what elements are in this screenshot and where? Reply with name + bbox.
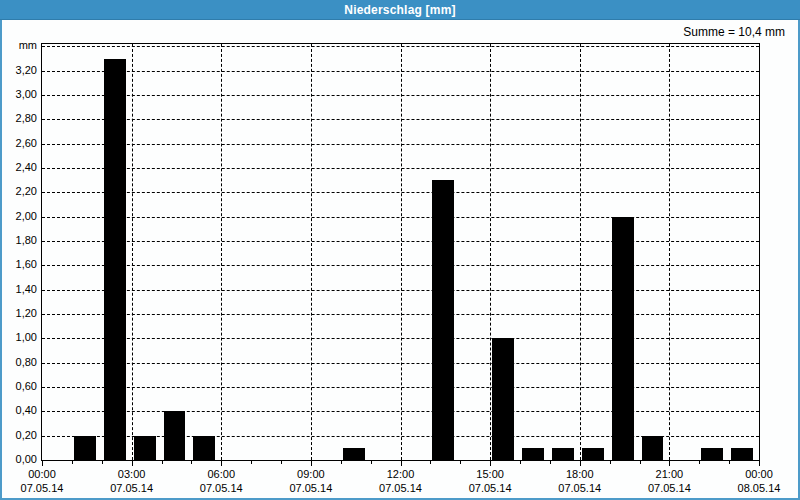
precipitation-bar: [432, 180, 454, 460]
x-tick-mark: [341, 461, 342, 464]
x-tick-time: 00:00: [10, 467, 74, 481]
x-tick-mark: [640, 461, 641, 464]
x-tick-date: 07.05.14: [458, 481, 522, 495]
x-tick-date: 08.05.14: [727, 481, 791, 495]
x-tick-mark: [191, 461, 192, 464]
precipitation-bar: [492, 338, 514, 460]
v-gridline: [132, 44, 133, 460]
y-tick-label: 1,00: [0, 331, 37, 344]
v-gridline: [401, 44, 402, 460]
x-tick-time: 00:00: [727, 467, 791, 481]
x-tick-mark: [759, 461, 760, 466]
precipitation-bar: [731, 448, 753, 460]
y-tick-label: 2,00: [0, 210, 37, 223]
window-titlebar: Niederschlag [mm]: [0, 0, 800, 20]
window-title: Niederschlag [mm]: [344, 3, 455, 17]
precipitation-bar: [582, 448, 604, 460]
y-tick-label: 2,80: [0, 112, 37, 125]
v-gridline: [490, 44, 491, 460]
x-tick-mark: [610, 461, 611, 464]
precipitation-bar: [104, 59, 126, 460]
y-tick-label: 2,60: [0, 137, 37, 150]
x-tick-mark: [401, 461, 402, 466]
x-tick-time: 06:00: [189, 467, 253, 481]
x-tick-mark: [281, 461, 282, 464]
y-tick-label: 2,40: [0, 161, 37, 174]
x-tick-mark: [430, 461, 431, 464]
x-tick-mark: [729, 461, 730, 464]
y-tick-label: 1,20: [0, 307, 37, 320]
y-tick-label: 3,20: [0, 64, 37, 77]
x-tick-time: 21:00: [637, 467, 701, 481]
sum-annotation: Summe = 10,4 mm: [683, 25, 785, 39]
x-tick-label: 15:0007.05.14: [458, 467, 522, 495]
x-tick-time: 03:00: [100, 467, 164, 481]
x-tick-mark: [460, 461, 461, 464]
x-tick-mark: [490, 461, 491, 466]
x-tick-time: 15:00: [458, 467, 522, 481]
x-tick-mark: [580, 461, 581, 466]
precipitation-bar: [164, 411, 186, 460]
precipitation-bar: [701, 448, 723, 460]
y-tick-label: 1,80: [0, 234, 37, 247]
x-tick-mark: [371, 461, 372, 464]
x-tick-mark: [221, 461, 222, 466]
precipitation-bar: [522, 448, 544, 460]
x-tick-date: 07.05.14: [189, 481, 253, 495]
x-tick-mark: [550, 461, 551, 464]
x-tick-time: 12:00: [369, 467, 433, 481]
y-tick-label: 1,60: [0, 258, 37, 271]
y-axis-unit-label: mm: [0, 39, 37, 52]
y-tick-label: 0,60: [0, 380, 37, 393]
x-tick-label: 09:0007.05.14: [279, 467, 343, 495]
niederschlag-chart-window: Niederschlag [mm] Summe = 10,4 mm 0,000,…: [0, 0, 800, 500]
x-tick-date: 07.05.14: [548, 481, 612, 495]
x-tick-label: 00:0008.05.14: [727, 467, 791, 495]
x-tick-label: 06:0007.05.14: [189, 467, 253, 495]
y-tick-label: 0,00: [0, 453, 37, 466]
x-tick-date: 07.05.14: [10, 481, 74, 495]
y-tick-label: 3,00: [0, 88, 37, 101]
y-tick-label: 0,40: [0, 404, 37, 417]
precipitation-bar: [642, 436, 664, 460]
precipitation-bar: [193, 436, 215, 460]
v-gridline: [580, 44, 581, 460]
x-tick-mark: [699, 461, 700, 464]
x-tick-date: 07.05.14: [279, 481, 343, 495]
y-tick-label: 2,20: [0, 185, 37, 198]
x-tick-date: 07.05.14: [100, 481, 164, 495]
precipitation-bar: [552, 448, 574, 460]
precipitation-bar: [134, 436, 156, 460]
x-tick-mark: [72, 461, 73, 464]
x-tick-label: 00:0007.05.14: [10, 467, 74, 495]
x-tick-label: 21:0007.05.14: [637, 467, 701, 495]
x-tick-mark: [102, 461, 103, 464]
x-tick-label: 03:0007.05.14: [100, 467, 164, 495]
precipitation-bar: [74, 436, 96, 460]
y-tick-label: 0,80: [0, 356, 37, 369]
x-tick-mark: [132, 461, 133, 466]
x-tick-mark: [42, 461, 43, 466]
x-tick-date: 07.05.14: [637, 481, 701, 495]
x-tick-date: 07.05.14: [369, 481, 433, 495]
x-tick-label: 18:0007.05.14: [548, 467, 612, 495]
v-gridline: [669, 44, 670, 460]
y-tick-label: 1,40: [0, 283, 37, 296]
y-tick-label: 0,20: [0, 429, 37, 442]
precipitation-bar: [612, 217, 634, 460]
v-gridline: [311, 44, 312, 460]
x-tick-mark: [311, 461, 312, 466]
x-tick-mark: [251, 461, 252, 464]
v-gridline: [221, 44, 222, 460]
precipitation-bar: [343, 448, 365, 460]
x-tick-mark: [520, 461, 521, 464]
x-tick-label: 12:0007.05.14: [369, 467, 433, 495]
x-tick-time: 18:00: [548, 467, 612, 481]
x-tick-mark: [669, 461, 670, 466]
x-tick-time: 09:00: [279, 467, 343, 481]
x-tick-mark: [162, 461, 163, 464]
